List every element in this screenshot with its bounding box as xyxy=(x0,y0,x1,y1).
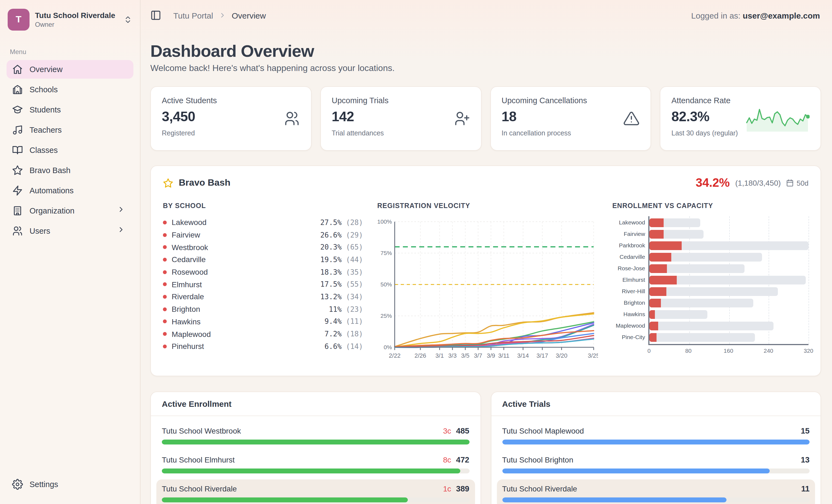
capacity-bar-row xyxy=(649,332,808,343)
by-school-row: Riverdale13.2% (34) xyxy=(163,290,363,303)
school-name: Tutu School Brighton xyxy=(502,455,573,464)
star-icon xyxy=(12,165,23,176)
chevrons-up-down-icon xyxy=(124,15,132,24)
capacity-bar-row xyxy=(649,240,808,251)
red-dot-icon xyxy=(163,221,167,224)
enrolled-bar xyxy=(649,264,667,273)
registration-velocity-chart: 0%25%50%75%100%2/222/263/13/33/53/73/93/… xyxy=(377,216,598,367)
sidebar-item-users[interactable]: Users xyxy=(6,222,133,240)
music-icon xyxy=(12,124,23,135)
sidebar-toggle-icon[interactable] xyxy=(150,10,161,21)
breadcrumb: Tutu Portal Overview xyxy=(173,11,266,20)
sidebar-item-label: Organization xyxy=(29,206,110,215)
enrolled-bar xyxy=(649,230,664,239)
school-value: 9.4% (11) xyxy=(324,317,363,326)
menu-section-label: Menu xyxy=(10,48,133,56)
count-value: 472 xyxy=(456,455,469,464)
bravo-bash-title: Bravo Bash xyxy=(163,177,230,188)
school-name: Rosewood xyxy=(172,268,208,276)
capacity-label: Rose-Jose xyxy=(612,262,648,274)
sidebar-item-bravo-bash[interactable]: Bravo Bash xyxy=(6,161,133,180)
svg-text:3/17: 3/17 xyxy=(537,352,548,359)
breadcrumb-root[interactable]: Tutu Portal xyxy=(173,11,213,20)
capacity-bar-row xyxy=(649,217,808,228)
by-school-row: Pinehurst6.6% (14) xyxy=(163,340,363,353)
capacity-label: Parkbrook xyxy=(612,239,648,251)
sidebar-item-classes[interactable]: Classes xyxy=(6,141,133,160)
star-icon xyxy=(163,178,173,188)
sidebar-item-students[interactable]: Students xyxy=(6,101,133,119)
sidebar-item-label: Settings xyxy=(29,480,128,489)
count-value: 13 xyxy=(801,455,810,464)
capacity-title: ENROLLMENT VS CAPACITY xyxy=(612,202,808,210)
by-school-title: BY SCHOOL xyxy=(163,202,363,210)
sidebar-item-overview[interactable]: Overview xyxy=(6,60,133,79)
capacity-bar-row xyxy=(649,251,808,263)
sidebar-item-label: Bravo Bash xyxy=(29,166,128,175)
enrolled-bar xyxy=(649,253,671,261)
red-dot-icon xyxy=(163,270,167,274)
school-value: 17.5% (55) xyxy=(320,280,363,288)
cancellation-badge: 3c xyxy=(443,426,451,435)
page-subtitle: Welcome back! Here's what's happening ac… xyxy=(150,63,821,73)
progress-fill xyxy=(162,469,460,473)
active-trials-card: Active Trials Tutu School Maplewood15Tut… xyxy=(491,392,821,504)
sidebar-item-settings[interactable]: Settings xyxy=(6,475,133,494)
stat-card-upcoming-cancellations: Upcoming Cancellations18In cancellation … xyxy=(490,86,651,151)
list-item[interactable]: Tutu School Westbrook3c485 xyxy=(156,422,475,450)
main-area: Tutu Portal Overview Logged in as: user@… xyxy=(140,0,832,504)
list-item[interactable]: Tutu School Riverdale11 xyxy=(497,479,815,504)
svg-text:3/14: 3/14 xyxy=(517,352,529,359)
stat-card-active-students: Active Students3,450Registered xyxy=(150,86,312,151)
school-name: Tutu School Riverdale xyxy=(162,484,237,493)
active-enrollment-title: Active Enrollment xyxy=(151,392,480,416)
stat-sub: Trial attendances xyxy=(332,130,389,137)
sidebar-item-teachers[interactable]: Teachers xyxy=(6,121,133,139)
school-value: 7.2% (18) xyxy=(324,330,363,338)
capacity-label: Elmhurst xyxy=(612,274,648,285)
count-value: 389 xyxy=(456,484,469,493)
stat-label: Attendance Rate xyxy=(672,96,738,105)
count-value: 485 xyxy=(456,426,469,435)
capacity-bar-row xyxy=(649,274,808,286)
progress-fill xyxy=(502,498,727,502)
cancellation-badge: 8c xyxy=(443,455,451,464)
progress-track xyxy=(162,440,469,445)
school-value: 26.6% (29) xyxy=(320,231,363,239)
user-plus-icon xyxy=(453,110,470,127)
sidebar-item-organization[interactable]: Organization xyxy=(6,201,133,220)
svg-text:75%: 75% xyxy=(381,250,392,256)
user-email: user@example.com xyxy=(743,11,820,20)
school-value: 6.6% (14) xyxy=(324,342,363,350)
cancellation-badge: 1c xyxy=(443,484,451,493)
stat-label: Upcoming Cancellations xyxy=(501,96,587,105)
svg-text:3/25: 3/25 xyxy=(588,352,598,359)
list-item[interactable]: Tutu School Brighton13 xyxy=(497,450,815,479)
sidebar-item-label: Students xyxy=(29,105,128,114)
velocity-title: REGISTRATION VELOCITY xyxy=(377,202,598,210)
by-school-row: Lakewood27.5% (28) xyxy=(163,216,363,228)
list-item[interactable]: Tutu School Maplewood15 xyxy=(497,422,815,450)
list-item[interactable]: Tutu School Riverdale1c389 xyxy=(156,479,475,504)
capacity-label: River-Hill xyxy=(612,285,648,297)
by-school-list: Lakewood27.5% (28)Fairview26.6% (29)West… xyxy=(163,216,363,353)
zap-icon xyxy=(12,185,23,196)
school-icon xyxy=(12,84,23,95)
school-value: 20.3% (65) xyxy=(320,243,363,251)
page-title: Dashboard Overview xyxy=(150,41,821,61)
enrolled-bar xyxy=(649,310,655,318)
school-value: 19.5% (44) xyxy=(320,256,363,264)
sidebar-item-schools[interactable]: Schools xyxy=(6,80,133,99)
stat-label: Upcoming Trials xyxy=(332,96,389,105)
book-open-icon xyxy=(12,145,23,156)
svg-text:2/26: 2/26 xyxy=(415,352,426,359)
workspace-switcher[interactable]: T Tutu School Riverdale Owner xyxy=(6,8,133,32)
stat-value: 142 xyxy=(332,109,389,124)
enrolled-bar xyxy=(649,276,677,284)
logged-in-as: Logged in as: user@example.com xyxy=(691,11,820,20)
capacity-bar-row xyxy=(649,263,808,274)
active-enrollment-list: Tutu School Westbrook3c485Tutu School El… xyxy=(151,416,480,504)
sidebar-item-automations[interactable]: Automations xyxy=(6,181,133,200)
list-item[interactable]: Tutu School Elmhurst8c472 xyxy=(156,450,475,479)
gear-icon xyxy=(12,479,23,490)
